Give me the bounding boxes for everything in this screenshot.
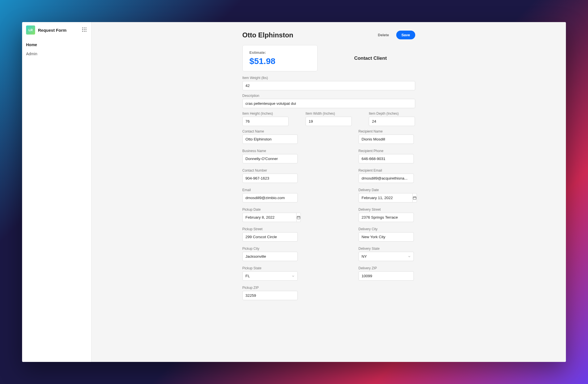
description-label: Description (242, 94, 415, 98)
calendar-icon (297, 216, 301, 219)
svg-rect-0 (297, 216, 300, 219)
sidebar-header: LR Request Form (22, 22, 91, 38)
delivery-date-input[interactable] (359, 193, 412, 202)
estimate-label: Estimate: (250, 50, 310, 55)
pickup-zip-label: Pickup ZIP (242, 286, 299, 290)
sidebar-item-admin[interactable]: Admin (22, 49, 91, 58)
email-input[interactable] (242, 193, 298, 202)
item-depth-label: Item Depth (Inches) (369, 112, 415, 116)
sidebar: LR Request Form Home Admin (22, 22, 91, 362)
recipient-phone-label: Recipient Phone (359, 149, 415, 153)
delivery-city-label: Delivery City (359, 227, 415, 231)
contact-number-input[interactable] (242, 174, 298, 183)
delivery-street-input[interactable] (359, 213, 414, 222)
estimate-card: Estimate: $51.98 (242, 45, 318, 71)
description-input[interactable] (242, 99, 415, 108)
apps-grid-icon[interactable] (82, 27, 87, 33)
item-width-input[interactable] (306, 117, 352, 126)
sidebar-item-home[interactable]: Home (22, 40, 91, 49)
delivery-zip-label: Delivery ZIP (359, 266, 415, 270)
item-weight-input[interactable] (242, 81, 415, 90)
email-label: Email (242, 188, 299, 192)
delivery-date-picker-button[interactable] (412, 193, 417, 202)
recipient-name-input[interactable] (359, 135, 414, 144)
recipient-name-label: Recipient Name (359, 129, 415, 133)
pickup-street-label: Pickup Street (242, 227, 299, 231)
contact-name-label: Contact Name (242, 129, 299, 133)
pickup-date-input[interactable] (242, 213, 296, 222)
item-height-input[interactable] (242, 117, 289, 126)
page-title: Otto Elphinston (242, 31, 373, 39)
pickup-state-label: Pickup State (242, 266, 299, 270)
estimate-value: $51.98 (250, 56, 310, 66)
pickup-zip-input[interactable] (242, 291, 298, 300)
item-height-label: Item Height (Inches) (242, 112, 289, 116)
item-weight-label: Item Weight (lbs) (242, 76, 415, 80)
item-width-label: Item Width (Inches) (306, 112, 352, 116)
recipient-email-label: Recipient Email (359, 168, 415, 172)
app-logo: LR (26, 25, 35, 35)
item-depth-input[interactable] (369, 117, 415, 126)
svg-rect-4 (413, 197, 416, 199)
delivery-date-label: Delivery Date (359, 188, 415, 192)
pickup-date-picker-button[interactable] (296, 213, 301, 222)
delivery-zip-input[interactable] (359, 271, 414, 281)
delete-button[interactable]: Delete (373, 31, 394, 39)
contact-name-input[interactable] (242, 135, 298, 144)
business-name-input[interactable] (242, 154, 298, 163)
pickup-state-select[interactable] (242, 271, 298, 281)
save-button[interactable]: Save (396, 31, 415, 39)
app-title: Request Form (38, 28, 79, 33)
calendar-icon (413, 196, 417, 200)
business-name-label: Business Name (242, 149, 299, 153)
sidebar-nav: Home Admin (22, 38, 91, 61)
pickup-city-input[interactable] (242, 252, 298, 261)
pickup-date-label: Pickup Date (242, 208, 299, 212)
contact-client-heading: Contact Client (326, 45, 415, 71)
recipient-email-input[interactable] (359, 174, 414, 183)
delivery-state-select[interactable] (359, 252, 414, 261)
recipient-phone-input[interactable] (359, 154, 414, 163)
pickup-city-label: Pickup City (242, 247, 299, 251)
delivery-city-input[interactable] (359, 232, 414, 242)
contact-number-label: Contact Number (242, 168, 299, 172)
page-header: Otto Elphinston Delete Save (242, 31, 415, 39)
app-window: LR Request Form Home Admin Otto Elphinst… (22, 22, 566, 362)
main-content: Otto Elphinston Delete Save Estimate: $5… (91, 22, 566, 362)
delivery-state-label: Delivery State (359, 247, 415, 251)
pickup-street-input[interactable] (242, 232, 298, 242)
delivery-street-label: Delivery Street (359, 208, 415, 212)
